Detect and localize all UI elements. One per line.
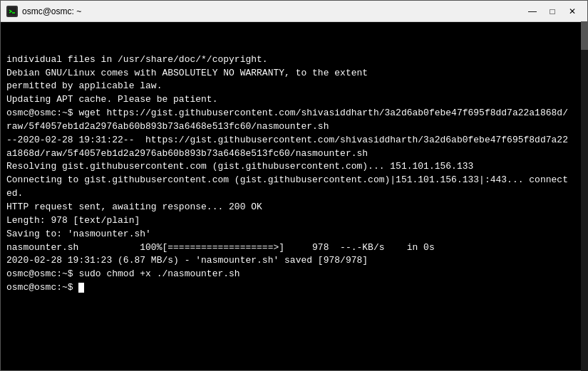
window-title: osmc@osmc: ~ — [22, 6, 523, 16]
terminal-line: --2020-02-28 19:31:22-- https://gist.git… — [6, 134, 573, 161]
titlebar: osmc@osmc: ~ — □ ✕ — [1, 1, 587, 22]
window-controls: — □ ✕ — [523, 4, 582, 19]
maximize-button[interactable]: □ — [543, 4, 562, 19]
close-button[interactable]: ✕ — [563, 4, 582, 19]
terminal-line: HTTP request sent, awaiting response... … — [6, 201, 573, 214]
terminal-line: osmc@osmc:~$ wget https://gist.githubuse… — [6, 107, 573, 134]
terminal-line: individual files in /usr/share/doc/*/cop… — [6, 53, 573, 67]
scrollbar[interactable] — [581, 22, 587, 370]
terminal-line: Saving to: 'nasmounter.sh' — [6, 228, 573, 241]
terminal-window: osmc@osmc: ~ — □ ✕ individual files in /… — [0, 0, 588, 371]
terminal-line: Connecting to gist.githubusercontent.com… — [6, 174, 573, 201]
scrollbar-thumb[interactable] — [581, 22, 587, 50]
terminal-line: Debian GNU/Linux comes with ABSOLUTELY N… — [6, 67, 573, 80]
terminal-line: permitted by applicable law. — [6, 80, 573, 93]
terminal-cursor — [78, 283, 84, 293]
terminal-line: Resolving gist.githubusercontent.com (gi… — [6, 160, 573, 174]
terminal-area[interactable]: individual files in /usr/share/doc/*/cop… — [1, 22, 587, 370]
terminal-line: 2020-02-28 19:31:23 (6.87 MB/s) - 'nasmo… — [6, 254, 573, 268]
terminal-line: osmc@osmc:~$ sudo chmod +x ./nasmounter.… — [6, 268, 573, 281]
terminal-content: individual files in /usr/share/doc/*/cop… — [6, 53, 582, 295]
terminal-line: osmc@osmc:~$ — [6, 281, 573, 295]
terminal-line: Updating APT cache. Please be patient. — [6, 93, 573, 107]
terminal-icon — [6, 6, 18, 17]
terminal-line: nasmounter.sh 100%[===================>]… — [6, 241, 573, 255]
minimize-button[interactable]: — — [523, 4, 542, 19]
terminal-line: Length: 978 [text/plain] — [6, 214, 573, 228]
